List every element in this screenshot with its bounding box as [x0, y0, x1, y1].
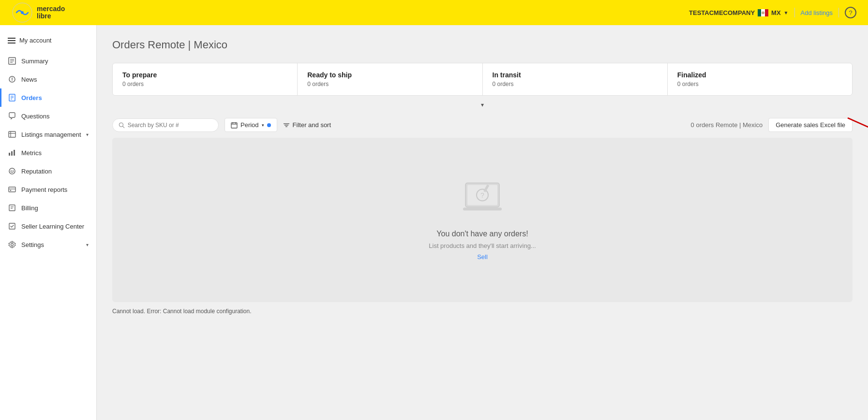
billing-icon [8, 203, 16, 212]
toolbar-right: 0 orders Remote | Mexico Generate sales … [691, 118, 853, 132]
payment-reports-label: Payment reports [21, 186, 67, 193]
empty-state: ? You don't have any orders! List produc… [112, 138, 853, 302]
svg-point-24 [11, 170, 12, 171]
reputation-icon [8, 167, 16, 175]
nav-divider2 [838, 8, 839, 17]
settings-label: Settings [21, 241, 44, 248]
search-input[interactable] [128, 122, 212, 129]
page-title-text: Orders Remote [112, 39, 185, 51]
generate-excel-button[interactable]: Generate sales Excel file [768, 118, 853, 132]
status-tabs: To prepare 0 orders Ready to ship 0 orde… [112, 63, 853, 96]
svg-text:?: ? [480, 191, 484, 199]
flag-icon [758, 9, 768, 16]
sidebar-item-listings-management[interactable]: Listings management ▾ [0, 125, 96, 144]
hamburger-icon [8, 38, 15, 43]
svg-rect-4 [765, 9, 768, 16]
svg-rect-32 [9, 223, 15, 229]
tab-ready-to-ship-label: Ready to ship [307, 71, 472, 79]
search-icon [119, 122, 125, 129]
top-navigation: mercado libre TESTACMECOMPANY MX ▼ Add l… [0, 0, 868, 25]
search-box[interactable] [112, 118, 219, 132]
tab-to-prepare[interactable]: To prepare 0 orders [113, 63, 298, 95]
svg-point-25 [13, 170, 14, 171]
news-label: News [21, 76, 37, 83]
error-message: Cannot load. Error: Cannot load module c… [112, 308, 853, 315]
sidebar-item-news[interactable]: News [0, 70, 96, 88]
help-button[interactable]: ? [845, 7, 856, 18]
period-active-dot [267, 123, 271, 127]
svg-point-28 [10, 190, 11, 191]
svg-rect-3 [758, 9, 761, 16]
svg-rect-47 [463, 208, 502, 211]
svg-point-12 [12, 80, 13, 81]
sidebar: My account Summary News Orders [0, 25, 97, 420]
summary-icon [8, 57, 16, 65]
orders-label: Orders [21, 94, 42, 101]
nav-divider [794, 8, 795, 17]
tab-to-prepare-label: To prepare [122, 71, 287, 79]
sidebar-item-billing[interactable]: Billing [0, 199, 96, 217]
tab-in-transit[interactable]: In transit 0 orders [483, 63, 668, 95]
billing-label: Billing [21, 204, 38, 212]
my-account-menu[interactable]: My account [0, 33, 96, 52]
app-layout: My account Summary News Orders [0, 25, 868, 420]
username-label: TESTACMECOMPANY [689, 9, 755, 16]
tabs-toggle-button[interactable]: ▾ [112, 100, 853, 110]
period-label: Period [240, 121, 259, 129]
reputation-label: Reputation [21, 168, 52, 175]
tab-ready-to-ship[interactable]: Ready to ship 0 orders [298, 63, 482, 95]
sidebar-item-settings[interactable]: Settings ▾ [0, 235, 96, 254]
news-icon [8, 75, 16, 84]
page-subtitle: | Mexico [188, 39, 228, 51]
questions-icon [8, 112, 16, 120]
page-title: Orders Remote | Mexico [112, 39, 853, 51]
calendar-icon [231, 122, 238, 129]
sidebar-item-payment-reports[interactable]: Payment reports [0, 180, 96, 199]
summary-label: Summary [21, 58, 48, 65]
svg-rect-22 [14, 150, 15, 156]
user-menu[interactable]: TESTACMECOMPANY MX ▼ [689, 9, 788, 16]
questions-label: Questions [21, 113, 50, 120]
settings-chevron-icon: ▾ [86, 242, 89, 247]
orders-count-text: 0 orders Remote | Mexico [691, 121, 763, 129]
add-listings-link[interactable]: Add listings [801, 9, 833, 16]
topnav-right: TESTACMECOMPANY MX ▼ Add listings ? [689, 7, 856, 18]
sidebar-item-orders[interactable]: Orders [0, 88, 96, 107]
svg-rect-26 [9, 187, 15, 192]
period-button[interactable]: Period ▾ [224, 118, 277, 132]
filter-sort-button[interactable]: Filter and sort [283, 121, 331, 129]
svg-point-23 [9, 168, 15, 174]
seller-learning-center-label: Seller Learning Center [21, 223, 84, 230]
my-account-label: My account [19, 37, 51, 44]
svg-rect-21 [11, 151, 13, 156]
sidebar-item-seller-learning-center[interactable]: Seller Learning Center [0, 217, 96, 235]
sell-link[interactable]: Sell [477, 253, 488, 261]
tab-ready-to-ship-count: 0 orders [307, 81, 472, 87]
sidebar-item-reputation[interactable]: Reputation [0, 162, 96, 180]
sidebar-item-questions[interactable]: Questions [0, 107, 96, 125]
empty-state-title: You don't have any orders! [436, 230, 528, 238]
settings-icon [8, 240, 16, 249]
listings-management-label: Listings management [21, 131, 81, 138]
country-label: MX [771, 9, 781, 16]
payment-reports-icon [8, 185, 16, 194]
svg-point-1 [21, 11, 24, 14]
main-content: Orders Remote | Mexico To prepare 0 orde… [97, 25, 868, 420]
tab-finalized[interactable]: Finalized 0 orders [668, 63, 852, 95]
empty-state-icon: ? [461, 179, 504, 218]
toolbar: Period ▾ Filter and sort 0 orders Remote… [112, 118, 853, 132]
seller-learning-center-icon [8, 222, 16, 231]
tab-finalized-label: Finalized [677, 71, 842, 79]
sidebar-item-metrics[interactable]: Metrics [0, 144, 96, 162]
empty-state-subtitle: List products and they'll start arriving… [429, 242, 536, 249]
svg-point-33 [11, 244, 14, 246]
sidebar-item-summary[interactable]: Summary [0, 52, 96, 70]
metrics-label: Metrics [21, 149, 42, 157]
metrics-icon [8, 148, 16, 157]
filter-label: Filter and sort [293, 121, 331, 129]
logo[interactable]: mercado libre [12, 2, 65, 23]
svg-rect-36 [231, 123, 237, 128]
listings-icon [8, 130, 16, 139]
svg-point-5 [762, 11, 764, 14]
svg-rect-20 [9, 153, 10, 156]
